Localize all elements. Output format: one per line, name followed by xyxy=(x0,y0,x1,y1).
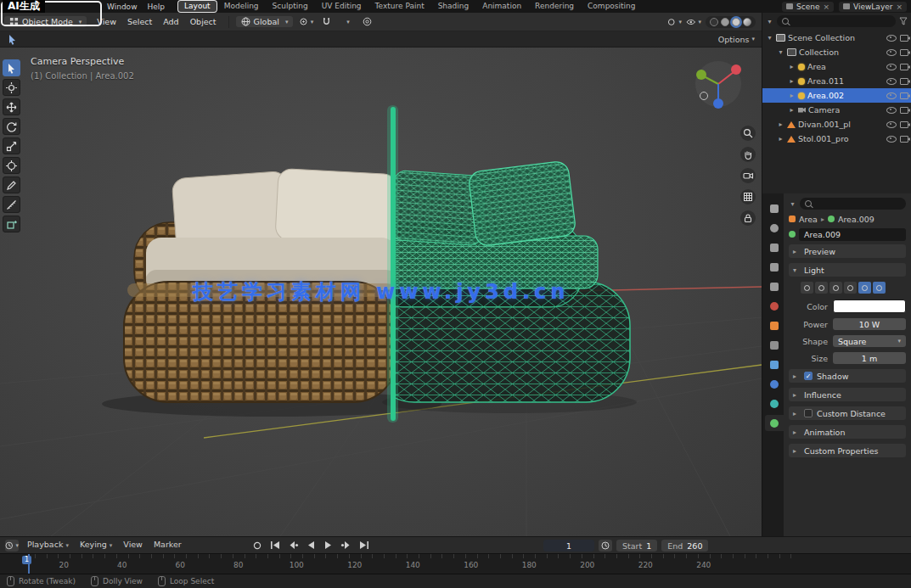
scale-tool[interactable] xyxy=(3,137,20,154)
workspace-tab[interactable]: Layout xyxy=(178,1,217,12)
section-light[interactable]: ▾ Light xyxy=(789,263,906,277)
expand-icon[interactable] xyxy=(788,63,796,70)
section-shadow[interactable]: ▸ Shadow xyxy=(789,369,906,383)
main-menu[interactable]: Window xyxy=(102,1,143,13)
toggle-grid-button[interactable] xyxy=(740,189,756,204)
outliner-row[interactable]: Collection xyxy=(762,45,911,59)
hide-viewport-icon[interactable] xyxy=(886,121,897,128)
disable-render-icon[interactable] xyxy=(900,136,908,143)
play-reverse-button[interactable] xyxy=(303,540,318,552)
annotate-tool[interactable] xyxy=(3,176,20,193)
gizmo-z-axis[interactable] xyxy=(713,98,723,109)
add-cube-tool[interactable] xyxy=(3,216,20,232)
section-influence[interactable]: ▸ Influence xyxy=(789,388,906,401)
disable-render-icon[interactable] xyxy=(900,107,908,114)
select-box-tool[interactable] xyxy=(3,59,20,76)
outliner-row[interactable]: Camera xyxy=(762,103,911,117)
expand-icon[interactable] xyxy=(788,92,796,99)
jump-to-start-button[interactable] xyxy=(267,540,283,552)
outliner-search[interactable] xyxy=(777,15,896,27)
outliner-display-mode-icon[interactable] xyxy=(766,18,773,25)
hide-viewport-icon[interactable] xyxy=(886,49,897,56)
start-frame-field[interactable]: Start 1 xyxy=(616,540,657,552)
properties-tab-object[interactable] xyxy=(765,317,784,333)
light-type-button-area[interactable] xyxy=(844,282,857,294)
current-frame-field[interactable]: 1 xyxy=(543,540,594,552)
shading-material-button[interactable] xyxy=(732,18,740,26)
end-frame-field[interactable]: End 260 xyxy=(661,540,708,552)
lock-view-button[interactable] xyxy=(740,210,756,226)
properties-tab-tool[interactable] xyxy=(765,200,784,216)
use-preview-range-toggle[interactable] xyxy=(599,540,612,552)
proportional-edit-toggle[interactable] xyxy=(359,15,374,29)
outliner-row[interactable]: Scene Collection xyxy=(762,31,911,45)
workspace-tab[interactable]: Rendering xyxy=(529,1,580,12)
camera-view-button[interactable] xyxy=(740,168,756,183)
disable-render-icon[interactable] xyxy=(900,121,908,128)
disable-render-icon[interactable] xyxy=(900,49,908,56)
pivot-point-selector[interactable] xyxy=(298,15,313,29)
workspace-tab[interactable]: Modeling xyxy=(218,1,265,12)
timeline-ruler[interactable]: 20406080100120140160180200220240 1 xyxy=(0,553,911,574)
pan-button[interactable] xyxy=(740,147,756,162)
overlays-dropdown[interactable] xyxy=(686,15,701,29)
custom-distance-checkbox[interactable] xyxy=(804,409,813,417)
viewport-3d[interactable]: Camera Perspective (1) Collection | Area… xyxy=(0,48,762,536)
expand-icon[interactable] xyxy=(788,106,796,114)
light-type-button-sun[interactable] xyxy=(815,282,828,294)
zoom-button[interactable] xyxy=(740,126,756,141)
expand-icon[interactable] xyxy=(766,34,773,42)
navigation-gizmo[interactable] xyxy=(692,58,745,110)
properties-tab-modifiers[interactable] xyxy=(765,337,784,353)
next-keyframe-button[interactable] xyxy=(339,540,354,552)
scene-unlink-icon[interactable]: × xyxy=(823,3,829,11)
workspace-tab[interactable]: UV Editing xyxy=(316,1,368,12)
expand-icon[interactable] xyxy=(777,120,784,128)
properties-search-input[interactable] xyxy=(815,199,901,208)
editor-type-selector[interactable] xyxy=(5,540,19,552)
shading-solid-button[interactable] xyxy=(721,18,729,26)
light-type-button-specular[interactable] xyxy=(873,282,886,294)
timeline-menu[interactable]: Keying xyxy=(75,539,117,552)
section-animation[interactable]: ▸ Animation xyxy=(789,425,906,439)
viewport-menu[interactable]: Add xyxy=(158,16,183,28)
workspace-tab[interactable]: Shading xyxy=(432,1,475,12)
power-field[interactable]: 10 W xyxy=(833,318,906,330)
breadcrumb-data[interactable]: Area.009 xyxy=(838,215,874,224)
workspace-tab[interactable]: Animation xyxy=(476,1,527,12)
light-type-button-diffuse[interactable] xyxy=(858,282,871,294)
properties-search[interactable] xyxy=(800,198,906,210)
cursor-tool[interactable] xyxy=(3,79,20,96)
workspace-tab[interactable]: Compositing xyxy=(582,1,641,12)
outliner-row[interactable]: Divan.001_pl xyxy=(762,117,911,132)
light-type-button-point[interactable] xyxy=(801,282,813,294)
sofa-wireframe-half[interactable] xyxy=(370,160,630,402)
properties-tab-particles[interactable] xyxy=(765,356,784,372)
transform-orientation-selector[interactable]: Global xyxy=(236,16,294,27)
properties-tab-scene[interactable] xyxy=(765,278,784,294)
hide-viewport-icon[interactable] xyxy=(886,107,897,114)
viewport-scene[interactable] xyxy=(0,48,762,536)
properties-tab-render[interactable] xyxy=(765,220,784,236)
outliner-row[interactable]: Area.011 xyxy=(762,74,911,88)
workspace-tab[interactable]: Texture Paint xyxy=(369,1,430,12)
expand-icon[interactable] xyxy=(777,135,784,143)
play-button[interactable] xyxy=(321,540,336,552)
expand-icon[interactable] xyxy=(788,77,796,85)
hide-viewport-icon[interactable] xyxy=(886,78,897,85)
viewport-menu[interactable]: View xyxy=(92,16,121,28)
gizmo-y-axis[interactable] xyxy=(696,70,706,80)
shape-dropdown[interactable]: Square xyxy=(833,335,906,347)
properties-tab-physics[interactable] xyxy=(765,376,784,392)
expand-icon[interactable] xyxy=(777,48,784,56)
breadcrumb-object[interactable]: Area xyxy=(799,215,818,224)
snap-settings-dropdown[interactable] xyxy=(339,15,354,29)
properties-tab-world[interactable] xyxy=(765,298,784,314)
shadow-checkbox[interactable] xyxy=(804,372,813,380)
split-divider-line[interactable] xyxy=(391,107,396,421)
disable-render-icon[interactable] xyxy=(900,92,908,99)
viewlayer-unlink-icon[interactable]: × xyxy=(896,3,903,11)
gizmo-x-axis[interactable] xyxy=(731,64,741,75)
main-menu[interactable]: Help xyxy=(143,1,171,13)
disable-render-icon[interactable] xyxy=(900,64,908,70)
